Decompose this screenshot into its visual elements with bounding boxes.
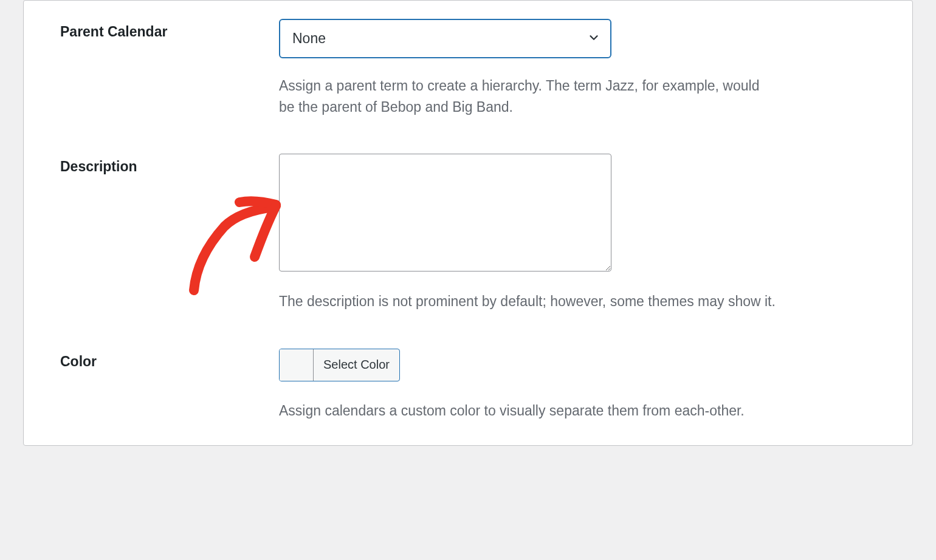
description-label: Description xyxy=(60,159,137,174)
parent-calendar-select-wrap: None xyxy=(279,19,611,58)
color-help: Assign calendars a custom color to visua… xyxy=(279,400,777,422)
label-column: Parent Calendar xyxy=(60,19,267,117)
parent-calendar-select[interactable]: None xyxy=(279,19,611,58)
color-swatch xyxy=(280,349,314,381)
color-row: Color Select Color Assign calendars a cu… xyxy=(24,312,912,422)
description-textarea[interactable] xyxy=(279,154,611,271)
description-row: Description The description is not promi… xyxy=(24,117,912,312)
label-column: Color xyxy=(60,349,267,422)
form-panel: Parent Calendar None Assign a parent ter… xyxy=(23,0,913,446)
input-column: Select Color Assign calendars a custom c… xyxy=(279,349,876,422)
select-color-button[interactable]: Select Color xyxy=(279,349,400,381)
color-label: Color xyxy=(60,353,97,369)
input-column: The description is not prominent by defa… xyxy=(279,154,876,312)
select-color-button-label: Select Color xyxy=(314,349,399,381)
parent-calendar-selected-value: None xyxy=(292,30,326,47)
label-column: Description xyxy=(60,154,267,312)
parent-calendar-label: Parent Calendar xyxy=(60,24,167,39)
parent-calendar-row: Parent Calendar None Assign a parent ter… xyxy=(24,1,912,117)
description-help: The description is not prominent by defa… xyxy=(279,291,777,312)
input-column: None Assign a parent term to create a hi… xyxy=(279,19,876,117)
parent-calendar-help: Assign a parent term to create a hierarc… xyxy=(279,75,777,117)
